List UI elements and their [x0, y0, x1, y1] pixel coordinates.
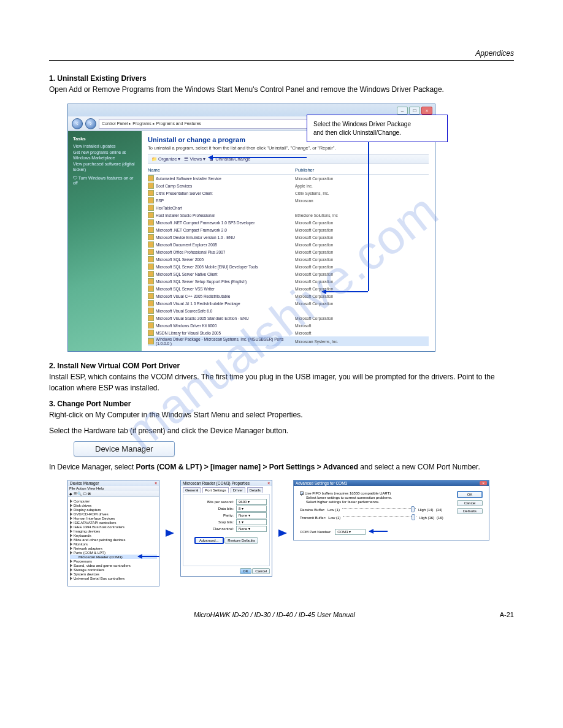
program-row[interactable]: Microsoft Visual Studio 2005 Standard Ed… — [148, 314, 429, 322]
ok-button[interactable]: OK — [457, 491, 483, 498]
program-row[interactable]: Microsoft Document Explorer 2005Microsof… — [148, 241, 429, 248]
sidebar-link-marketplace[interactable]: Get new programs online at Windows Marke… — [73, 150, 137, 161]
program-row[interactable]: Microsoft SQL Server Native ClientMicros… — [148, 270, 429, 278]
close-button[interactable]: × — [421, 107, 432, 115]
tree-node[interactable]: Mice and other pointing devices — [70, 537, 157, 542]
col-name[interactable]: Name — [148, 167, 295, 173]
device-manager-button[interactable]: Device Manager — [74, 441, 175, 457]
programs-and-features-screenshot: – □ × ‹ › Control Panel ▸ Programs ▸ Pro… — [67, 104, 435, 352]
tree-node[interactable]: IDE ATA/ATAPI controllers — [70, 520, 157, 525]
program-row[interactable]: HexTableChart — [148, 204, 429, 211]
program-row[interactable]: Boot Camp ServicesApple Inc. — [148, 182, 429, 189]
tree-node[interactable]: Disk drives — [70, 503, 157, 507]
sidebar-link-windows-features[interactable]: 🛡 Turn Windows features on or off — [73, 176, 137, 186]
restore-defaults-button[interactable]: Restore Defaults — [224, 537, 258, 544]
rx-slider[interactable] — [342, 508, 416, 512]
forward-button[interactable]: › — [85, 118, 96, 129]
defaults-button[interactable]: Defaults — [457, 508, 483, 514]
callout-line-1: Select the Windows Driver Package — [313, 120, 441, 129]
devmgr-tree[interactable]: Computer Disk drives Display adapters DV… — [68, 497, 159, 586]
portset-titlebar: Microscan Reader (COM3) Properties× — [181, 480, 272, 486]
tab-details[interactable]: Details — [247, 487, 263, 493]
program-row[interactable]: MSDN Library for Visual Studio 2005Micro… — [148, 329, 429, 336]
step-1-text: Open Add or Remove Programs from the Win… — [49, 85, 444, 94]
port-setting-select[interactable]: 9600 ▾ — [236, 499, 267, 505]
tree-node[interactable]: DVD/CD-ROM drives — [70, 512, 157, 516]
tree-node[interactable]: System devices — [70, 572, 157, 576]
cancel-button[interactable]: Cancel — [457, 500, 483, 506]
program-row[interactable]: ESPMicroscan — [148, 197, 429, 204]
step-3-num: 3. — [49, 400, 55, 408]
toolbar-organize[interactable]: 📁 Organize ▾ — [151, 156, 180, 162]
tab-general[interactable]: General — [183, 487, 201, 493]
callout-connector — [368, 142, 369, 291]
tree-node[interactable]: Ports (COM & LPT) — [70, 550, 157, 555]
port-setting-select[interactable]: 8 ▾ — [236, 506, 267, 512]
minimize-button[interactable]: – — [397, 107, 408, 115]
port-setting-field: Parity:None ▾ — [186, 512, 267, 518]
portset-body: Bits per second:9600 ▾Data bits:8 ▾Parit… — [183, 494, 270, 566]
tree-node[interactable]: Storage controllers — [70, 567, 157, 572]
close-icon[interactable]: × — [155, 481, 157, 485]
port-setting-select[interactable]: 1 ▾ — [236, 519, 267, 525]
tree-node[interactable]: Monitors — [70, 542, 157, 546]
port-setting-field: Bits per second:9600 ▾ — [186, 498, 267, 505]
tx-val: (16) — [437, 516, 443, 520]
fifo-checkbox[interactable]: ✔ — [300, 491, 304, 495]
tree-node[interactable]: Display adapters — [70, 507, 157, 512]
tree-node[interactable]: Human Interface Devices — [70, 516, 157, 520]
port-setting-select[interactable]: None ▾ — [236, 526, 267, 532]
tree-node[interactable]: IEEE 1394 Bus host controllers — [70, 525, 157, 529]
close-icon[interactable]: × — [267, 481, 270, 485]
program-row[interactable]: Microsoft Office Professional Plus 2007M… — [148, 248, 429, 256]
tree-node[interactable]: Sound, video and game controllers — [70, 563, 157, 567]
advanced-button[interactable]: Advanced... — [194, 537, 224, 544]
program-row[interactable]: Microsoft SQL Server VSS WriterMicrosoft… — [148, 285, 429, 292]
sidebar-link-digital-locker[interactable]: View purchased software (digital locker) — [73, 162, 137, 172]
program-row[interactable]: Microsoft SQL Server Setup Support Files… — [148, 278, 429, 285]
program-row[interactable]: Microsoft .NET Compact Framework 2.0Micr… — [148, 226, 429, 233]
program-row[interactable]: Microsoft Windows Driver Kit 6000Microso… — [148, 322, 429, 329]
program-row[interactable]: Microsoft Visual SourceSafe 6.0 — [148, 307, 429, 314]
maximize-button[interactable]: □ — [409, 107, 420, 115]
callout-arrow-to-uninstall — [209, 157, 307, 158]
sidebar-link-updates[interactable]: View installed updates — [73, 144, 137, 149]
toolbar-views[interactable]: ☰ Views ▾ — [184, 156, 205, 162]
tree-node[interactable]: Universal Serial Bus controllers — [70, 576, 157, 580]
port-setting-select[interactable]: None ▾ — [236, 512, 267, 518]
back-button[interactable]: ‹ — [72, 118, 83, 129]
toolbar-organize-label: Organize — [158, 156, 177, 162]
com-port-select[interactable]: COM3 ▾ — [335, 529, 366, 535]
port-setting-field: Data bits:8 ▾ — [186, 505, 267, 512]
program-row[interactable]: Microsoft Device Emulator version 1.0 - … — [148, 233, 429, 241]
program-row[interactable]: Windows Driver Package - Microscan Syste… — [148, 336, 429, 346]
tree-node[interactable]: Keyboards — [70, 533, 157, 537]
program-row[interactable]: Citrix Presentation Server ClientCitrix … — [148, 189, 429, 197]
sidebar-link-windows-features-label: Turn Windows features on or off — [73, 176, 133, 185]
tree-node[interactable]: Network adapters — [70, 546, 157, 550]
step-2: 2. Install New Virtual COM Port DriverIn… — [49, 360, 514, 393]
tx-slider[interactable] — [343, 516, 416, 520]
device-manager-window: Device Manager× File Action View Help ◆ … — [67, 480, 159, 586]
program-row[interactable]: Microsoft Visual C++ 2005 Redistributabl… — [148, 292, 429, 300]
rx-val: (14) — [436, 508, 443, 512]
step-2-title: Install New Virtual COM Port Driver — [57, 362, 180, 370]
tree-node[interactable]: Computer — [70, 499, 157, 503]
list-header: NamePublisher — [148, 166, 429, 175]
tree-node[interactable]: Imaging devices — [70, 529, 157, 533]
tab-driver[interactable]: Driver — [231, 487, 245, 493]
program-row[interactable]: Microsoft SQL Server 2005Microsoft Corpo… — [148, 256, 429, 263]
tree-node[interactable]: Processors — [70, 559, 157, 563]
program-row[interactable]: Microsoft .NET Compact Framework 1.0 SP3… — [148, 219, 429, 226]
devmgr-title: Device Manager — [70, 481, 99, 485]
ok-button[interactable]: OK — [240, 568, 251, 574]
program-row[interactable]: Host Installer Studio ProfessionalEthecl… — [148, 211, 429, 219]
program-row[interactable]: Microsoft Visual J# 1.0 Redistributable … — [148, 300, 429, 307]
col-publisher[interactable]: Publisher — [295, 167, 369, 173]
tab-port-settings[interactable]: Port Settings — [202, 487, 228, 493]
program-row[interactable]: Automated Software Installer ServiceMicr… — [148, 175, 429, 182]
cancel-button[interactable]: Cancel — [252, 568, 270, 574]
program-row[interactable]: Microsoft SQL Server 2005 Mobile [ENU] D… — [148, 263, 429, 270]
close-icon[interactable]: × — [480, 481, 487, 485]
step-3-b: Select the Hardware tab (if present) and… — [49, 425, 514, 436]
